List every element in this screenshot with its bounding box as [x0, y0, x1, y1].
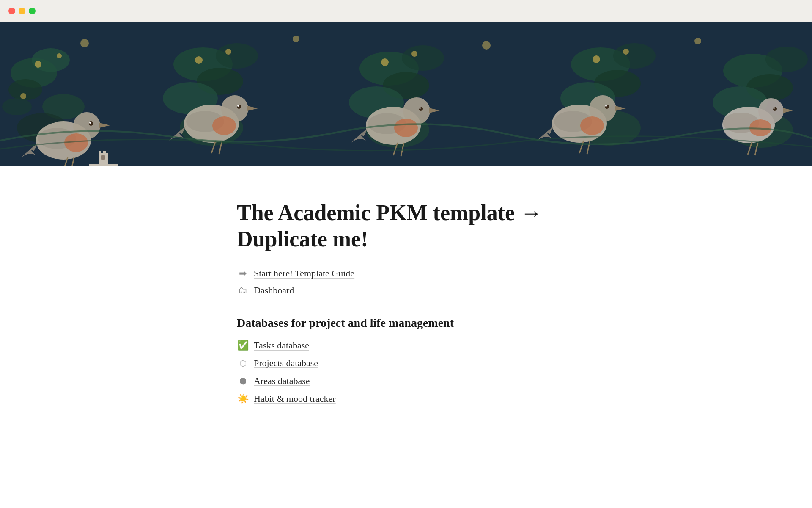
- database-items-list: ✅ Tasks database ⬡ Projects database ⬢ A…: [237, 340, 575, 404]
- svg-rect-89: [102, 155, 105, 160]
- svg-point-40: [381, 58, 389, 66]
- svg-point-22: [216, 43, 258, 69]
- top-links-section: ➡ Start here! Template Guide 🗂 Dashboard: [237, 268, 575, 296]
- svg-point-81: [80, 39, 89, 47]
- projects-database-text: Projects database: [254, 358, 318, 369]
- minimize-button[interactable]: [19, 8, 25, 14]
- svg-point-9: [20, 93, 26, 99]
- tasks-database-text: Tasks database: [254, 340, 309, 351]
- hexagon-outline-icon: ⬡: [237, 358, 249, 368]
- hexagon-filled-icon: ⬢: [237, 376, 249, 386]
- main-content: The Academic PKM template → Duplicate me…: [152, 166, 660, 453]
- check-circle-icon: ✅: [237, 340, 249, 351]
- window-titlebar: [0, 0, 812, 22]
- areas-database-link[interactable]: ⬢ Areas database: [237, 375, 575, 387]
- svg-point-61: [605, 105, 609, 109]
- svg-point-54: [613, 43, 656, 69]
- habit-mood-tracker-link[interactable]: ☀️ Habit & mood tracker: [237, 393, 575, 404]
- svg-point-56: [593, 55, 600, 63]
- svg-point-25: [225, 49, 231, 55]
- svg-point-46: [419, 107, 421, 109]
- svg-rect-88: [103, 151, 106, 155]
- habit-mood-tracker-text: Habit & mood tracker: [254, 393, 336, 404]
- svg-point-45: [419, 107, 423, 111]
- tasks-database-link[interactable]: ✅ Tasks database: [237, 340, 575, 351]
- svg-point-8: [57, 53, 62, 58]
- dashboard-link[interactable]: 🗂 Dashboard: [237, 285, 575, 296]
- svg-point-30: [237, 105, 239, 107]
- svg-point-7: [35, 61, 41, 68]
- svg-point-75: [773, 107, 777, 111]
- svg-point-13: [89, 121, 93, 126]
- svg-point-41: [411, 51, 417, 57]
- projects-database-link[interactable]: ⬡ Projects database: [237, 358, 575, 369]
- svg-point-14: [89, 122, 91, 124]
- traffic-lights: [8, 8, 36, 14]
- page-title: The Academic PKM template → Duplicate me…: [237, 200, 575, 253]
- svg-point-3: [32, 48, 70, 72]
- banner-background: [0, 22, 812, 166]
- svg-point-32: [212, 116, 236, 135]
- maximize-button[interactable]: [29, 8, 36, 14]
- arrow-right-icon: ➡: [237, 268, 249, 279]
- svg-point-29: [237, 105, 241, 109]
- svg-point-4: [2, 98, 32, 115]
- svg-point-57: [623, 49, 629, 55]
- start-here-link-text: Start here! Template Guide: [254, 268, 354, 279]
- svg-point-64: [580, 116, 604, 135]
- svg-point-48: [394, 119, 418, 137]
- hero-banner: [0, 22, 812, 166]
- start-here-link[interactable]: ➡ Start here! Template Guide: [237, 268, 575, 279]
- svg-point-24: [195, 56, 203, 64]
- areas-database-text: Areas database: [254, 375, 310, 387]
- page-icon: [85, 147, 123, 166]
- banner-pattern-svg: [0, 22, 812, 166]
- svg-point-70: [765, 47, 808, 72]
- dashboard-link-text: Dashboard: [254, 285, 294, 296]
- page-icon-wrapper: [85, 147, 123, 166]
- card-index-icon: 🗂: [237, 285, 249, 296]
- close-button[interactable]: [8, 8, 15, 14]
- svg-point-76: [773, 107, 775, 109]
- svg-point-82: [293, 36, 299, 42]
- svg-point-84: [694, 38, 701, 44]
- svg-point-38: [402, 45, 444, 71]
- svg-point-83: [482, 41, 491, 50]
- sun-icon: ☀️: [237, 393, 249, 404]
- svg-point-62: [605, 105, 607, 107]
- svg-rect-87: [99, 151, 102, 155]
- databases-section-heading: Databases for project and life managemen…: [237, 316, 575, 330]
